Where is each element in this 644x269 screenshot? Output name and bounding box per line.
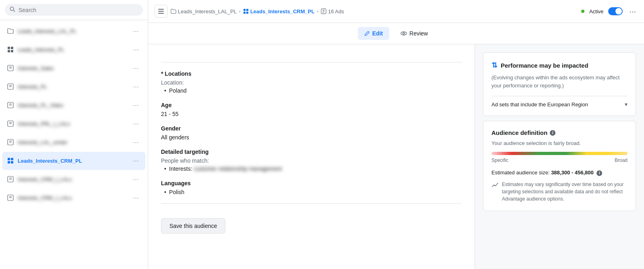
sidebar-item-item-6[interactable]: Interests_PRL_t_LALx ··· (2, 115, 145, 133)
breadcrumb-link-3[interactable]: 16 Ads (328, 8, 344, 14)
location-sublabel: Location: (161, 79, 462, 86)
people-who-match: People who match: (161, 157, 462, 164)
svg-rect-36 (244, 12, 246, 14)
sidebar-item-more-button[interactable]: ··· (131, 100, 140, 110)
sidebar-item-more-button[interactable]: ··· (131, 193, 140, 203)
sidebar-item-item-1[interactable]: Leads_Interests_LAL_PL ··· (2, 22, 145, 40)
sidebar-item-more-button[interactable]: ··· (131, 63, 140, 73)
breadcrumb-link-2[interactable]: Leads_Interests_CRM_PL (250, 8, 315, 14)
sidebar-toggle-button[interactable] (155, 5, 167, 18)
sidebar: Leads_Interests_LAL_PL ··· Leads_Interes… (0, 0, 148, 269)
sidebar-item-label: Interests_LAL_center (18, 139, 128, 145)
audience-size-prefix: Estimated audience size: (491, 170, 551, 176)
sidebar-item-more-button[interactable]: ··· (131, 119, 140, 129)
search-bar (0, 0, 148, 20)
pencil-icon (364, 31, 370, 36)
breadcrumb-item-1: Leads_Interests_LAL_PL (171, 8, 237, 14)
sidebar-item-label: Leads_Interests_PL (18, 47, 128, 53)
sidebar-item-more-button[interactable]: ··· (131, 82, 140, 92)
gender-value: All genders (161, 134, 462, 141)
sidebar-item-item-8[interactable]: Leads_Interests_CRM_PL ··· (2, 152, 145, 170)
search-input-wrapper[interactable] (5, 4, 143, 16)
svg-rect-4 (8, 50, 10, 52)
age-section: Age 21 - 55 (161, 102, 462, 117)
sidebar-item-label: Interests_Sales (18, 65, 128, 71)
sidebar-item-more-button[interactable]: ··· (131, 174, 140, 184)
audience-size-text: Estimated audience size: 388,300 - 456,8… (491, 170, 627, 176)
meter-broad-label: Broad (615, 157, 627, 163)
audience-definition-card: Audience definition i Your audience sele… (483, 121, 636, 211)
performance-icon: ⇅ (491, 61, 497, 70)
interests-value: customer relationship management (194, 166, 282, 172)
sidebar-item-item-3[interactable]: Interests_Sales ··· (2, 59, 145, 77)
audience-info-icon[interactable]: i (550, 130, 555, 136)
svg-point-42 (401, 32, 407, 35)
svg-rect-21 (8, 158, 10, 160)
sidebar-item-label: Interests_CRM_t_LALx (18, 195, 128, 201)
sidebar-item-more-button[interactable]: ··· (131, 137, 140, 147)
sidebar-item-item-10[interactable]: Interests_CRM_t_LALx ··· (2, 189, 145, 207)
active-toggle[interactable] (608, 7, 623, 15)
audience-size-range: 388,300 - 456,800 (551, 170, 594, 176)
breadcrumb-link-1[interactable]: Leads_Interests_LAL_PL (178, 8, 237, 14)
sidebar-item-more-button[interactable]: ··· (131, 45, 140, 55)
age-value: 21 - 55 (161, 111, 462, 117)
main-area: Leads_Interests_LAL_PL › Leads_Interests… (148, 0, 644, 269)
search-icon (10, 6, 15, 13)
svg-line-1 (13, 10, 15, 12)
language-value: Polish (161, 189, 462, 195)
svg-rect-37 (246, 12, 248, 14)
status-dot-icon (581, 10, 584, 13)
sidebar-item-item-7[interactable]: Interests_LAL_center ··· (2, 133, 145, 151)
meter-specific-label: Specific (491, 157, 508, 163)
topbar: Leads_Interests_LAL_PL › Leads_Interests… (148, 0, 644, 23)
breadcrumb-chevron-2: › (317, 9, 318, 14)
sidebar-item-icon (7, 83, 14, 91)
search-input[interactable] (19, 7, 138, 13)
svg-rect-35 (246, 9, 248, 11)
audience-size-info-icon[interactable]: i (597, 170, 602, 176)
audience-meter (491, 152, 627, 155)
breadcrumb-item-3: 16 Ads (321, 8, 344, 14)
languages-section: Languages Polish (161, 180, 462, 195)
edit-button[interactable]: Edit (358, 27, 389, 40)
performance-card: ⇅ Performance may be impacted (Evolving … (483, 52, 636, 116)
sidebar-item-item-9[interactable]: Interests_CRM_t_LALx ··· (2, 170, 145, 188)
svg-rect-2 (8, 47, 10, 49)
sidebar-item-label: Leads_Interests_CRM_PL (18, 158, 128, 164)
box-icon (7, 65, 14, 71)
interests-item: Interests: customer relationship managem… (161, 166, 462, 172)
detailed-targeting-section: Detailed targeting People who match: Int… (161, 149, 462, 172)
sidebar-item-icon (7, 120, 14, 128)
sidebar-icon (158, 8, 164, 14)
location-value: Poland (161, 87, 462, 94)
locations-heading: * Locations (161, 70, 462, 77)
performance-card-subtitle: (Evolving changes within the ads ecosyst… (491, 74, 627, 89)
box-icon (7, 139, 14, 145)
content-area: * Locations Location: Poland Age 21 - 55… (148, 44, 644, 269)
save-audience-button[interactable]: Save this audience (161, 218, 225, 234)
svg-rect-22 (11, 158, 13, 160)
more-options-button[interactable]: ··· (627, 7, 638, 16)
locations-section: * Locations Location: Poland (161, 70, 462, 94)
european-region-accordion[interactable]: Ad sets that include the European Region… (491, 96, 627, 108)
detailed-targeting-heading: Detailed targeting (161, 149, 462, 155)
grid-icon (7, 46, 14, 53)
folder-icon (171, 8, 176, 14)
required-asterisk: * Locations (161, 70, 191, 77)
trend-icon (491, 182, 499, 190)
sidebar-item-more-button[interactable]: ··· (131, 26, 140, 36)
sidebar-item-item-4[interactable]: Interests_PL ··· (2, 78, 145, 96)
sidebar-item-more-button[interactable]: ··· (131, 156, 140, 166)
svg-rect-32 (158, 11, 164, 12)
folder-icon (7, 28, 14, 34)
review-button[interactable]: Review (394, 27, 434, 40)
sidebar-item-icon (7, 46, 14, 54)
grid-icon (243, 8, 249, 14)
sidebar-item-item-5[interactable]: Interests_PL_Video ··· (2, 96, 145, 114)
age-heading: Age (161, 102, 462, 108)
sidebar-item-item-2[interactable]: Leads_Interests_PL ··· (2, 41, 145, 59)
sidebar-list: Leads_Interests_LAL_PL ··· Leads_Interes… (0, 20, 148, 269)
svg-rect-5 (11, 50, 13, 52)
svg-point-43 (403, 33, 405, 34)
